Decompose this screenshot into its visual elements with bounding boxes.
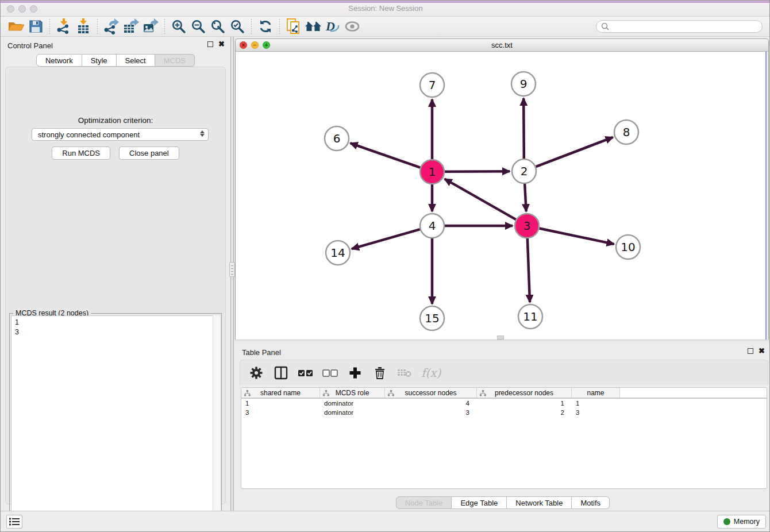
result-scrollbar[interactable] bbox=[213, 315, 220, 531]
close-table-panel-icon[interactable]: ✖ bbox=[759, 348, 765, 354]
save-session-icon[interactable] bbox=[26, 18, 45, 34]
cell-predecessor-nodes: 1 bbox=[477, 399, 572, 408]
task-history-button[interactable] bbox=[6, 515, 22, 529]
edge-1-6[interactable] bbox=[351, 143, 421, 167]
add-row-icon[interactable] bbox=[347, 365, 363, 381]
tab-style[interactable]: Style bbox=[82, 54, 117, 67]
table-tab-network-table[interactable]: Network Table bbox=[507, 496, 572, 509]
table-tabs: Node TableEdge TableNetwork TableMotifs bbox=[235, 496, 770, 509]
table-settings-icon[interactable] bbox=[248, 365, 264, 381]
network-resize-grip[interactable] bbox=[497, 336, 504, 340]
table-panel: Table Panel ✖ bbox=[235, 344, 770, 511]
edge-2-9[interactable] bbox=[523, 98, 524, 159]
node-label-4: 4 bbox=[429, 219, 436, 233]
tab-mcds[interactable]: MCDS bbox=[155, 54, 195, 67]
splitter-handle[interactable] bbox=[229, 262, 235, 277]
application-window: Session: New Session bbox=[0, 0, 770, 532]
result-line: 3 bbox=[15, 327, 216, 337]
panel-splitter[interactable] bbox=[230, 37, 234, 511]
selected-criterion: strongly connected component bbox=[38, 130, 140, 139]
result-line: 1 bbox=[15, 318, 216, 327]
node-table[interactable]: shared name MCDS role successor nodes pr… bbox=[241, 387, 767, 489]
network-canvas[interactable]: 7968124314101511 bbox=[236, 52, 768, 340]
search-input[interactable] bbox=[609, 22, 757, 30]
main-toolbar: D bbox=[1, 17, 770, 37]
table-toolbar: f(x) bbox=[240, 360, 768, 385]
refresh-view-icon[interactable] bbox=[256, 18, 275, 34]
mcds-panel: Optimization criterion: strongly connect… bbox=[5, 67, 226, 504]
table-tab-node-table[interactable]: Node Table bbox=[396, 496, 452, 509]
close-panel-button[interactable]: Close panel bbox=[119, 147, 179, 160]
toolbar-separator bbox=[251, 19, 252, 34]
mcds-result-list[interactable]: 13 bbox=[11, 315, 220, 531]
table-tab-edge-table[interactable]: Edge Table bbox=[452, 496, 507, 509]
deselect-all-rows-icon[interactable] bbox=[322, 365, 338, 381]
close-panel-icon[interactable]: ✖ bbox=[218, 41, 225, 48]
node-label-1: 1 bbox=[429, 165, 436, 179]
zoom-out-icon[interactable] bbox=[188, 18, 208, 34]
node-label-11: 11 bbox=[523, 310, 537, 323]
open-session-icon[interactable] bbox=[6, 18, 26, 34]
node-label-10: 10 bbox=[621, 240, 635, 254]
float-panel-icon[interactable] bbox=[207, 41, 213, 47]
search-box[interactable] bbox=[596, 20, 763, 33]
node-label-8: 8 bbox=[623, 125, 630, 139]
edge-1-2[interactable] bbox=[445, 171, 510, 172]
edge-2-3[interactable] bbox=[525, 184, 526, 211]
network-vertical-scrollbar[interactable] bbox=[765, 52, 768, 340]
cell-shared-name: 3 bbox=[241, 408, 320, 417]
cell-predecessor-nodes: 2 bbox=[477, 408, 572, 417]
edge-4-14[interactable] bbox=[352, 229, 420, 249]
zoom-fit-icon[interactable] bbox=[208, 18, 228, 34]
tab-select[interactable]: Select bbox=[117, 54, 155, 67]
import-network-icon[interactable] bbox=[54, 18, 74, 34]
node-label-3: 3 bbox=[523, 219, 531, 233]
column-header-name[interactable]: name bbox=[572, 388, 620, 398]
select-all-rows-icon[interactable] bbox=[298, 365, 314, 381]
column-header-MCDS-role[interactable]: MCDS role bbox=[320, 388, 385, 398]
show-all-nodes-icon[interactable] bbox=[303, 18, 323, 34]
export-image-icon[interactable] bbox=[141, 18, 160, 34]
toolbar-separator bbox=[97, 19, 98, 34]
column-header-shared-name[interactable]: shared name bbox=[241, 388, 320, 398]
annotations-icon[interactable]: D bbox=[323, 18, 342, 34]
network-view-window: × − + scc.txt 7968124314101511 bbox=[235, 38, 769, 340]
edge-3-1[interactable] bbox=[445, 179, 516, 219]
window-accent-strip bbox=[1, 1, 770, 3]
edge-3-11[interactable] bbox=[528, 238, 530, 302]
toolbar-separator bbox=[49, 19, 50, 34]
status-bar: Memory bbox=[1, 511, 770, 531]
memory-label: Memory bbox=[734, 518, 760, 526]
clone-network-icon[interactable] bbox=[284, 18, 303, 34]
export-table-icon[interactable] bbox=[121, 18, 141, 34]
table-tab-motifs[interactable]: Motifs bbox=[572, 496, 610, 509]
toolbar-separator bbox=[279, 19, 280, 34]
table-panel-title: Table Panel bbox=[242, 348, 281, 357]
column-header-successor-nodes[interactable]: successor nodes bbox=[385, 388, 477, 398]
edge-2-8[interactable] bbox=[536, 137, 613, 167]
show-columns-icon[interactable] bbox=[273, 365, 289, 381]
table-row[interactable]: 3dominator323 bbox=[241, 408, 767, 417]
tab-network[interactable]: Network bbox=[36, 54, 82, 67]
float-table-panel-icon[interactable] bbox=[748, 348, 753, 354]
control-panel-title: Control Panel bbox=[7, 41, 53, 50]
list-icon bbox=[9, 517, 20, 526]
memory-button[interactable]: Memory bbox=[717, 515, 766, 529]
cell-name: 3 bbox=[572, 408, 620, 417]
edge-3-10[interactable] bbox=[540, 229, 614, 244]
toolbar-separator bbox=[164, 19, 165, 34]
cell-name: 1 bbox=[572, 399, 620, 408]
optimization-criterion-select[interactable]: strongly connected component bbox=[32, 128, 209, 141]
column-header-predecessor-nodes[interactable]: predecessor nodes bbox=[477, 388, 572, 398]
network-window-titlebar[interactable]: × − + scc.txt bbox=[236, 39, 768, 52]
run-mcds-button[interactable]: Run MCDS bbox=[52, 147, 110, 160]
zoom-selected-icon[interactable] bbox=[228, 18, 247, 34]
import-table-icon[interactable] bbox=[74, 18, 93, 34]
title-bar: Session: New Session bbox=[1, 1, 770, 17]
table-row[interactable]: 1dominator411 bbox=[241, 399, 767, 408]
hide-details-icon[interactable] bbox=[342, 18, 362, 34]
delete-row-icon[interactable] bbox=[372, 365, 388, 381]
node-label-15: 15 bbox=[425, 311, 439, 325]
export-network-icon[interactable] bbox=[102, 18, 121, 34]
zoom-in-icon[interactable] bbox=[169, 18, 188, 34]
